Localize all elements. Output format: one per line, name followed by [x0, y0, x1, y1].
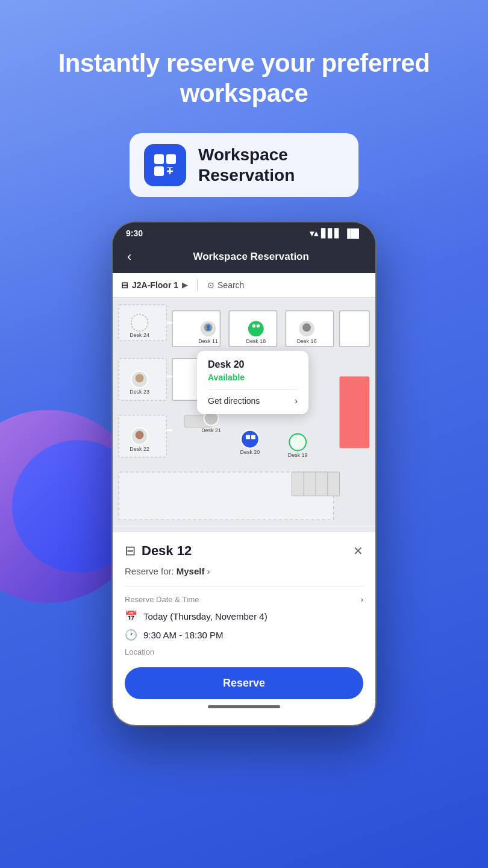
svg-rect-30 — [257, 324, 260, 327]
layers-icon: ⊟ — [121, 280, 128, 290]
app-header-title: Workspace Reservation — [136, 251, 366, 263]
date-time-label[interactable]: Reserve Date & Time › — [125, 595, 363, 604]
reserve-button[interactable]: Reserve — [125, 667, 363, 699]
svg-text:Desk 19: Desk 19 — [288, 452, 308, 458]
map-container: ⊟ J2A-Floor 1 ▶ ⊙ Search — [113, 273, 375, 532]
desk-name: Desk 12 — [142, 543, 192, 559]
desk-popup: Desk 20 Available Get directions › — [197, 351, 308, 414]
svg-rect-2 — [154, 166, 164, 176]
calendar-icon: 📅 — [125, 610, 137, 623]
status-icons: ▾▴ ▋▋▋ ▐█▌ — [310, 228, 362, 238]
svg-text:Desk 24: Desk 24 — [130, 332, 149, 338]
desk-header: ⊟ Desk 12 ✕ — [125, 543, 363, 559]
date-row: 📅 Today (Thursday, November 4) — [125, 610, 363, 623]
floor-bar: ⊟ J2A-Floor 1 ▶ ⊙ Search — [113, 273, 375, 298]
desk-icon: ⊟ — [125, 543, 136, 559]
popup-desk-name: Desk 20 — [208, 359, 298, 370]
svg-text:Desk 21: Desk 21 — [201, 427, 221, 433]
home-indicator — [208, 705, 280, 708]
svg-text:Desk 11: Desk 11 — [198, 338, 218, 344]
svg-text:Desk 16: Desk 16 — [297, 338, 317, 344]
svg-rect-0 — [154, 154, 164, 164]
svg-rect-1 — [166, 154, 176, 164]
svg-text:👤: 👤 — [205, 324, 211, 330]
time-row: 🕐 9:30 AM - 18:30 PM — [125, 629, 363, 641]
svg-rect-24 — [251, 435, 255, 439]
phone: 9:30 ▾▴ ▋▋▋ ▐█▌ ‹ Workspace Reservation … — [111, 221, 377, 726]
bottom-panel: ⊟ Desk 12 ✕ Reserve for: Myself › Reserv… — [113, 532, 375, 725]
app-icon — [144, 144, 186, 186]
svg-point-47 — [131, 314, 148, 331]
wifi-icon: ▾▴ — [310, 228, 318, 238]
app-card-title: Workspace Reservation — [198, 145, 344, 185]
svg-point-32 — [302, 323, 311, 332]
svg-rect-15 — [340, 376, 370, 448]
svg-rect-29 — [252, 324, 255, 327]
reserve-for[interactable]: Reserve for: Myself › — [125, 566, 363, 576]
divider — [125, 586, 363, 587]
back-button[interactable]: ‹ — [122, 248, 136, 266]
location-label: Location — [125, 647, 363, 656]
date-value: Today (Thursday, November 4) — [143, 611, 267, 621]
svg-point-22 — [241, 430, 259, 448]
workspace-reservation-icon — [152, 152, 178, 178]
svg-point-36 — [136, 430, 144, 439]
svg-text:Desk 20: Desk 20 — [240, 449, 260, 455]
app-card: Workspace Reservation — [130, 133, 358, 197]
phone-mockup: 9:30 ▾▴ ▋▋▋ ▐█▌ ‹ Workspace Reservation … — [0, 221, 488, 726]
search-icon: ⊙ — [207, 280, 214, 290]
search-button[interactable]: ⊙ Search — [207, 280, 244, 290]
svg-point-38 — [289, 433, 306, 450]
svg-point-28 — [248, 320, 264, 337]
svg-text:Desk 22: Desk 22 — [130, 446, 149, 452]
svg-point-34 — [136, 374, 144, 382]
get-directions-button[interactable]: Get directions › — [208, 389, 298, 406]
floor-arrow: ▶ — [182, 281, 187, 289]
date-time-section: Reserve Date & Time › 📅 Today (Thursday,… — [125, 595, 363, 641]
svg-text:Desk 18: Desk 18 — [246, 338, 266, 344]
app-header: ‹ Workspace Reservation — [113, 242, 375, 273]
clock-icon: 🕐 — [125, 629, 137, 641]
floor-plan: 👤 — [113, 298, 375, 527]
battery-icon: ▐█▌ — [344, 228, 362, 238]
status-bar: 9:30 ▾▴ ▋▋▋ ▐█▌ — [113, 222, 375, 242]
hero-title: Instantly reserve your preferred workspa… — [0, 0, 488, 133]
time-value: 9:30 AM - 18:30 PM — [143, 630, 224, 640]
svg-rect-7 — [340, 310, 370, 346]
signal-icon: ▋▋▋ — [321, 228, 341, 238]
close-button[interactable]: ✕ — [353, 544, 363, 558]
floor-divider — [197, 279, 198, 291]
floor-name: J2A-Floor 1 — [132, 280, 178, 290]
desk-label-row: ⊟ Desk 12 — [125, 543, 192, 559]
time: 9:30 — [126, 228, 143, 238]
svg-text:Desk 23: Desk 23 — [130, 389, 149, 395]
popup-desk-status: Available — [208, 373, 298, 382]
floor-selector[interactable]: ⊟ J2A-Floor 1 ▶ — [121, 280, 187, 290]
svg-rect-23 — [246, 435, 250, 439]
